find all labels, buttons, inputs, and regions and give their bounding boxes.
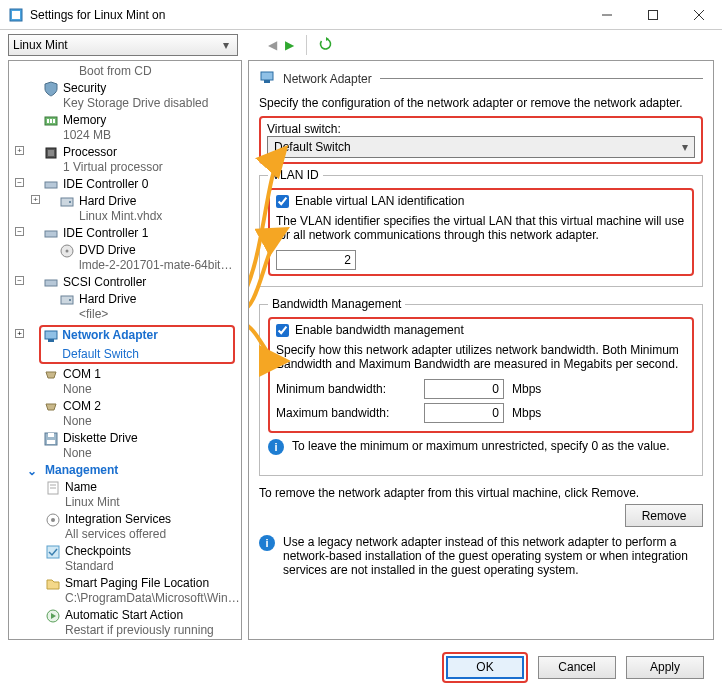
tree-item-network-adapter[interactable]: Network Adapter Default Switch xyxy=(39,325,235,364)
chevron-down-icon: ▾ xyxy=(219,38,233,52)
expand-icon[interactable]: + xyxy=(15,146,24,155)
harddrive-icon xyxy=(59,292,75,308)
collapse-icon[interactable]: − xyxy=(15,276,24,285)
tree-item-smart-paging[interactable]: Smart Paging File Location C:\ProgramDat… xyxy=(9,575,241,607)
tree-item-ide1[interactable]: − IDE Controller 1 xyxy=(9,225,241,242)
nav-back-icon[interactable]: ◀ xyxy=(268,38,277,52)
checkpoint-icon xyxy=(45,544,61,560)
svg-rect-21 xyxy=(45,331,57,339)
ok-button[interactable]: OK xyxy=(446,656,524,679)
tree-item-processor[interactable]: + Processor 1 Virtual processor xyxy=(9,144,241,176)
intro-text: Specify the configuration of the network… xyxy=(259,96,703,110)
tree-item-com2[interactable]: COM 2 None xyxy=(9,398,241,430)
collapse-icon[interactable]: − xyxy=(15,227,24,236)
settings-icon xyxy=(8,7,24,23)
info-icon: i xyxy=(268,439,284,455)
svg-rect-8 xyxy=(50,119,52,123)
nav-forward-icon[interactable]: ▶ xyxy=(285,38,294,52)
tree-item-security[interactable]: Security Key Storage Drive disabled xyxy=(9,80,241,112)
serial-port-icon xyxy=(43,399,59,415)
tree-item-boot[interactable]: Boot from CD xyxy=(9,63,241,80)
close-button[interactable] xyxy=(676,0,722,30)
remove-desc: To remove the network adapter from this … xyxy=(259,486,703,500)
tree-item-checkpoints[interactable]: Checkpoints Standard xyxy=(9,543,241,575)
tree-section-management[interactable]: ⌄ Management xyxy=(9,462,241,479)
controller-icon xyxy=(43,226,59,242)
max-bandwidth-input[interactable] xyxy=(424,403,504,423)
vlan-id-input[interactable] xyxy=(276,250,356,270)
tree-item-dvddrive[interactable]: DVD Drive lmde-2-201701-mate-64bit… xyxy=(9,242,241,274)
floppy-icon xyxy=(43,431,59,447)
unit-label: Mbps xyxy=(512,382,541,396)
svg-rect-1 xyxy=(12,11,20,19)
min-bandwidth-label: Minimum bandwidth: xyxy=(276,382,416,396)
tree-item-auto-start[interactable]: Automatic Start Action Restart if previo… xyxy=(9,607,241,639)
refresh-icon[interactable] xyxy=(319,37,333,54)
tree-item-name[interactable]: Name Linux Mint xyxy=(9,479,241,511)
svg-point-30 xyxy=(51,518,55,522)
tree-item-harddrive-1[interactable]: Hard Drive <file> xyxy=(9,291,241,323)
max-bandwidth-label: Maximum bandwidth: xyxy=(276,406,416,420)
virtual-switch-combo[interactable]: Default Switch ▾ xyxy=(267,136,695,158)
bandwidth-fieldset: Bandwidth Management Enable bandwidth ma… xyxy=(259,297,703,476)
tree-item-diskette[interactable]: Diskette Drive None xyxy=(9,430,241,462)
bandwidth-enable-input[interactable] xyxy=(276,324,289,337)
settings-tree[interactable]: Boot from CD Security Key Storage Drive … xyxy=(8,60,242,640)
svg-rect-25 xyxy=(47,440,55,444)
svg-rect-33 xyxy=(261,72,273,80)
shield-icon xyxy=(43,81,59,97)
vlan-enable-input[interactable] xyxy=(276,195,289,208)
cancel-button[interactable]: Cancel xyxy=(538,656,616,679)
vlan-fieldset: VLAN ID Enable virtual LAN identificatio… xyxy=(259,168,703,287)
min-bandwidth-input[interactable] xyxy=(424,379,504,399)
tree-item-com1[interactable]: COM 1 None xyxy=(9,366,241,398)
vm-selector-combo[interactable]: Linux Mint ▾ xyxy=(8,34,238,56)
harddrive-icon xyxy=(59,194,75,210)
svg-rect-34 xyxy=(264,80,270,83)
svg-rect-7 xyxy=(47,119,49,123)
unit-label: Mbps xyxy=(512,406,541,420)
tree-item-integration[interactable]: Integration Services All services offere… xyxy=(9,511,241,543)
expand-icon[interactable]: + xyxy=(31,195,40,204)
window-title: Settings for Linux Mint on xyxy=(30,8,165,22)
bandwidth-legend: Bandwidth Management xyxy=(268,297,405,311)
bandwidth-enable-checkbox[interactable]: Enable bandwidth management xyxy=(276,323,686,337)
tree-item-memory[interactable]: Memory 1024 MB xyxy=(9,112,241,144)
svg-rect-3 xyxy=(649,10,658,19)
tree-item-ide0[interactable]: − IDE Controller 0 xyxy=(9,176,241,193)
name-icon xyxy=(45,480,61,496)
svg-rect-22 xyxy=(48,339,54,342)
svg-rect-19 xyxy=(61,296,73,304)
chevron-down-icon: ⌄ xyxy=(27,464,37,479)
vlan-legend: VLAN ID xyxy=(268,168,323,182)
svg-point-14 xyxy=(69,201,71,203)
controller-icon xyxy=(43,275,59,291)
svg-rect-31 xyxy=(47,546,59,558)
virtual-switch-group: Virtual switch: Default Switch ▾ xyxy=(259,116,703,164)
remove-button[interactable]: Remove xyxy=(625,504,703,527)
svg-rect-13 xyxy=(61,198,73,206)
serial-port-icon xyxy=(43,367,59,383)
vlan-enable-checkbox[interactable]: Enable virtual LAN identification xyxy=(276,194,686,208)
ok-button-highlight: OK xyxy=(442,652,528,683)
maximize-button[interactable] xyxy=(630,0,676,30)
bandwidth-info: To leave the minimum or maximum unrestri… xyxy=(292,439,669,453)
network-adapter-icon xyxy=(259,69,275,88)
expand-icon[interactable]: + xyxy=(15,329,24,338)
svg-rect-12 xyxy=(45,182,57,188)
virtual-switch-label: Virtual switch: xyxy=(267,122,695,136)
svg-rect-11 xyxy=(48,150,54,156)
collapse-icon[interactable]: − xyxy=(15,178,24,187)
autostart-icon xyxy=(45,608,61,624)
divider xyxy=(380,78,703,79)
legacy-info: Use a legacy network adapter instead of … xyxy=(283,535,703,577)
info-icon: i xyxy=(259,535,275,551)
tree-item-scsi[interactable]: − SCSI Controller xyxy=(9,274,241,291)
disc-icon xyxy=(59,243,75,259)
svg-rect-15 xyxy=(45,231,57,237)
apply-button[interactable]: Apply xyxy=(626,656,704,679)
services-icon xyxy=(45,512,61,528)
svg-point-17 xyxy=(66,250,69,253)
tree-item-harddrive-0[interactable]: + Hard Drive Linux Mint.vhdx xyxy=(9,193,241,225)
minimize-button[interactable] xyxy=(584,0,630,30)
